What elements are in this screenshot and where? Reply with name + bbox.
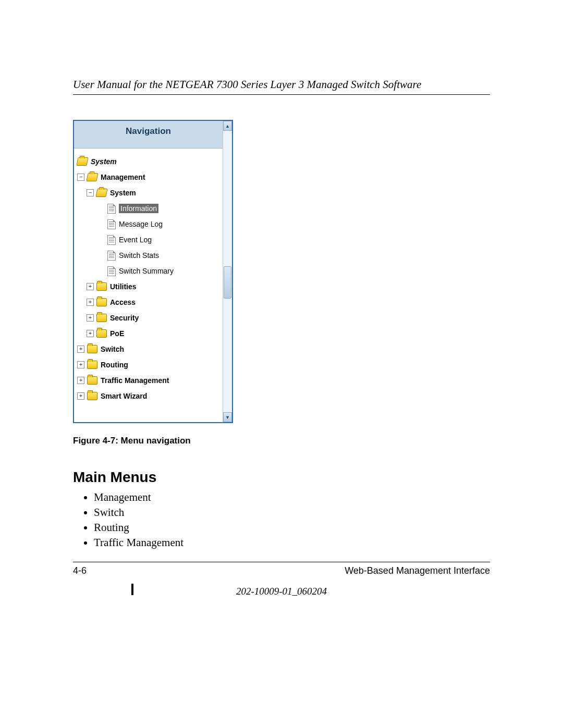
tree-leaf-switch-summary[interactable]: Switch Summary (77, 263, 221, 279)
expand-icon[interactable]: + (87, 299, 94, 306)
tree-leaf-switch-stats[interactable]: Switch Stats (77, 248, 221, 263)
tree-node-utilities[interactable]: + Utilities (77, 279, 221, 294)
expand-icon[interactable]: + (77, 392, 84, 400)
expand-icon[interactable]: + (87, 283, 94, 290)
folder-open-icon (86, 173, 98, 181)
tree-label: Utilities (110, 282, 137, 291)
folder-closed-icon (87, 376, 97, 385)
navigation-panel: Navigation System − Management − (73, 120, 233, 423)
tree-node-traffic[interactable]: + Traffic Management (77, 373, 221, 388)
folder-closed-icon (96, 314, 107, 322)
tree-node-management[interactable]: − Management (77, 169, 221, 185)
section-heading: Main Menus (73, 469, 490, 486)
tree-node-smart-wizard[interactable]: + Smart Wizard (77, 388, 221, 404)
tree-node-security[interactable]: + Security (77, 310, 221, 326)
folder-closed-icon (87, 345, 97, 353)
list-item: Routing (94, 521, 490, 534)
folder-closed-icon (96, 282, 107, 291)
page-footer: 4-6 Web-Based Management Interface (73, 562, 490, 576)
folder-closed-icon (87, 361, 97, 369)
page-header: User Manual for the NETGEAR 7300 Series … (73, 78, 490, 95)
scroll-down-icon[interactable]: ▼ (223, 412, 232, 422)
tree-label: Smart Wizard (101, 392, 147, 400)
expand-icon[interactable]: + (77, 377, 84, 384)
tree-node-system-sub[interactable]: − System (77, 185, 221, 201)
navigation-title: Navigation (74, 121, 223, 149)
tree-node-switch[interactable]: + Switch (77, 341, 221, 357)
list-item: Traffic Management (94, 536, 490, 549)
tree-label: Switch Summary (119, 267, 174, 275)
tree-label: PoE (110, 329, 124, 338)
main-menus-list: Management Switch Routing Traffic Manage… (73, 491, 490, 549)
figure-caption: Figure 4-7: Menu navigation (73, 436, 490, 446)
tree-node-routing[interactable]: + Routing (77, 357, 221, 373)
document-id: 202-10009-01_060204 (73, 586, 490, 597)
scrollbar[interactable]: ▲ ▼ (223, 121, 232, 422)
folder-open-icon (76, 157, 88, 166)
document-icon (107, 251, 116, 261)
tree-label: Security (110, 314, 139, 322)
document-icon (107, 266, 116, 276)
figure-area: Navigation System − Management − (73, 120, 490, 446)
tree-label: Event Log (119, 236, 152, 244)
expand-icon[interactable]: + (87, 314, 94, 322)
list-item: Management (94, 491, 490, 504)
tree-label: Switch Stats (119, 251, 159, 260)
tree-label: System (91, 157, 117, 166)
tree-node-system[interactable]: System (77, 154, 221, 169)
document-icon (107, 235, 116, 245)
expand-icon[interactable]: + (77, 346, 84, 353)
tree-leaf-message-log[interactable]: Message Log (77, 216, 221, 232)
footer-section: Web-Based Management Interface (345, 565, 490, 576)
tree-label: Traffic Management (101, 376, 169, 385)
document-page: User Manual for the NETGEAR 7300 Series … (0, 0, 563, 597)
folder-closed-icon (96, 329, 107, 338)
tree-label: Management (101, 173, 145, 181)
document-icon (107, 204, 116, 214)
tree-label: System (110, 189, 136, 197)
tree-label-selected: Information (119, 204, 158, 213)
scroll-up-icon[interactable]: ▲ (223, 121, 232, 131)
collapse-icon[interactable]: − (77, 174, 84, 181)
tree-leaf-information[interactable]: Information (77, 201, 221, 216)
folder-closed-icon (87, 392, 97, 400)
document-icon (107, 219, 116, 229)
tree-label: Access (110, 298, 136, 306)
tree-node-poe[interactable]: + PoE (77, 326, 221, 341)
tree-node-access[interactable]: + Access (77, 294, 221, 310)
folder-closed-icon (96, 298, 107, 306)
expand-icon[interactable]: + (77, 361, 84, 368)
navigation-tree: System − Management − System (74, 149, 223, 422)
tree-leaf-event-log[interactable]: Event Log (77, 232, 221, 248)
tree-label: Routing (101, 361, 128, 369)
list-item: Switch (94, 506, 490, 519)
tree-label: Switch (101, 345, 124, 353)
page-number: 4-6 (73, 565, 87, 576)
collapse-icon[interactable]: − (87, 189, 94, 196)
change-bar-icon (131, 584, 133, 595)
expand-icon[interactable]: + (87, 330, 94, 337)
scroll-track[interactable] (223, 131, 232, 412)
tree-label: Message Log (119, 220, 163, 228)
folder-open-icon (95, 189, 107, 197)
scroll-thumb[interactable] (224, 266, 231, 299)
